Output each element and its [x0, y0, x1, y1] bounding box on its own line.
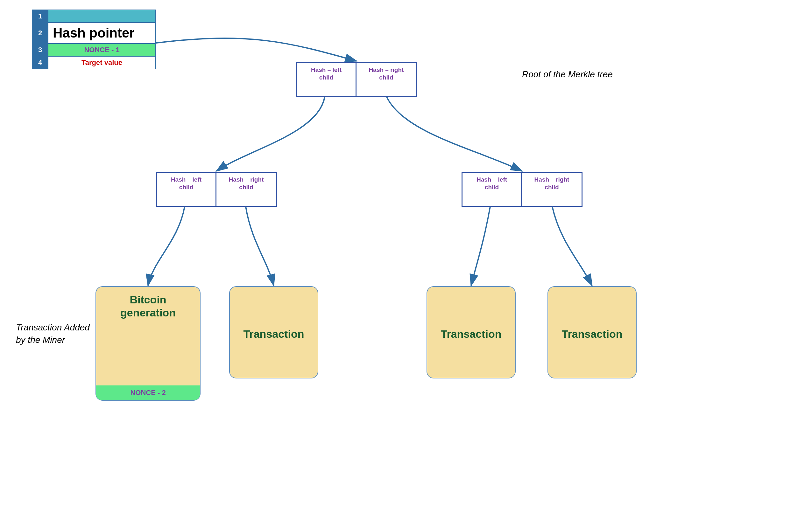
- mid-right-node: Hash – leftchild Hash – rightchild: [462, 172, 582, 207]
- mid-right-node-right: Hash – rightchild: [522, 173, 582, 206]
- hash-pointer-label: Hash pointer: [48, 22, 156, 44]
- mid-right-node-left: Hash – leftchild: [463, 173, 522, 206]
- tx2-label: Transaction: [238, 321, 309, 344]
- mid-left-node-right: Hash – rightchild: [216, 173, 276, 206]
- row-1-val: [48, 10, 156, 22]
- tx4-box: Transaction: [548, 286, 637, 378]
- root-label: Root of the Merkle tree: [522, 69, 613, 79]
- tx4-label: Transaction: [557, 321, 628, 344]
- tx-bitcoin-label: Bitcoin generation: [96, 287, 200, 322]
- root-node-left: Hash – leftchild: [297, 63, 357, 96]
- row-2-num: 2: [32, 22, 48, 44]
- mid-left-node-left: Hash – leftchild: [157, 173, 216, 206]
- tx-bitcoin-box: Bitcoin generation NONCE - 2: [96, 286, 201, 401]
- tx-added-label: Transaction Added by the Miner: [16, 321, 90, 346]
- block-table: 1 2 Hash pointer 3 NONCE - 1 4 Target va…: [32, 10, 156, 69]
- row-3-num: 3: [32, 44, 48, 56]
- root-node: Hash – leftchild Hash – rightchild: [296, 62, 417, 97]
- nonce-1-label: NONCE - 1: [48, 44, 156, 56]
- row-4-num: 4: [32, 56, 48, 69]
- row-1-num: 1: [32, 10, 48, 22]
- root-node-right: Hash – rightchild: [357, 63, 416, 96]
- tx-bitcoin-nonce: NONCE - 2: [96, 386, 200, 400]
- tx2-box: Transaction: [229, 286, 318, 378]
- tx3-box: Transaction: [426, 286, 516, 378]
- target-value-label: Target value: [48, 56, 156, 69]
- mid-left-node: Hash – leftchild Hash – rightchild: [156, 172, 277, 207]
- tx3-label: Transaction: [436, 321, 507, 344]
